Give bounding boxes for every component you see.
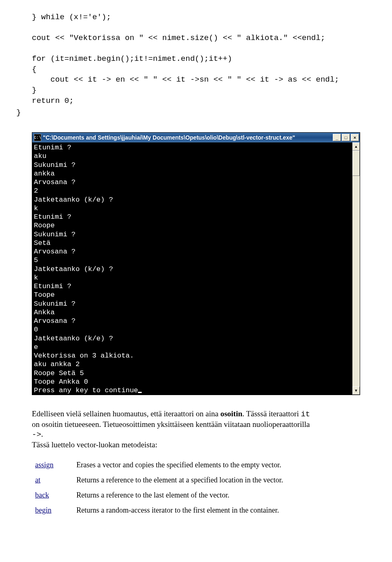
method-link-at[interactable]: at [35, 476, 40, 484]
methods-table: assign Erases a vector and copies the sp… [32, 458, 358, 518]
method-desc: Returns a reference to the element at a … [73, 473, 358, 488]
scroll-down-button[interactable]: ▼ [352, 387, 360, 395]
scroll-up-button[interactable]: ▲ [352, 142, 360, 151]
system-menu-icon[interactable]: C:\ [34, 134, 41, 141]
code-block: } while (x!='e'); cout << "Vektorissa on… [0, 2, 392, 106]
console-window: C:\ "C:\Documents and Settings\jjauhiai\… [32, 132, 360, 395]
code-line: } while (x!='e'); [32, 13, 111, 22]
console-output: Etunimi ? aku Sukunimi ? ankka Arvosana … [32, 142, 352, 395]
table-row: assign Erases a vector and copies the sp… [32, 458, 358, 473]
code-line: } [32, 86, 36, 95]
code-line: cout << it -> en << " " << it ->sn << " … [32, 75, 339, 84]
method-link-assign[interactable]: assign [35, 461, 53, 469]
close-button[interactable]: × [351, 134, 359, 141]
scroll-thumb[interactable] [352, 151, 360, 176]
scroll-track[interactable] [352, 176, 360, 387]
code-line: return 0; [32, 96, 74, 105]
minimize-button[interactable]: _ [333, 134, 341, 141]
table-row: begin Returns a random-access iterator t… [32, 503, 358, 518]
method-link-back[interactable]: back [35, 491, 49, 499]
vertical-scrollbar[interactable]: ▲ ▼ [352, 142, 360, 395]
code-line: cout << "Vektorissa on " << nimet.size()… [32, 33, 325, 42]
method-link-begin[interactable]: begin [35, 506, 51, 514]
method-desc: Returns a reference to the last element … [73, 488, 358, 503]
body-paragraph: Edelliseen vielä sellainen huomautus, et… [32, 409, 360, 449]
window-title: "C:\Documents and Settings\jjauhiai\My D… [43, 134, 332, 141]
method-desc: Erases a vector and copies the specified… [73, 458, 358, 473]
code-line: { [32, 65, 36, 74]
window-titlebar[interactable]: C:\ "C:\Documents and Settings\jjauhiai\… [32, 133, 360, 142]
code-line: for (it=nimet.begin();it!=nimet.end();it… [32, 54, 232, 63]
table-row: at Returns a reference to the element at… [32, 473, 358, 488]
maximize-button[interactable]: □ [342, 134, 350, 141]
method-desc: Returns a random-access iterator to the … [73, 503, 358, 518]
code-close-brace: } [0, 108, 392, 118]
cursor-icon [138, 392, 142, 393]
table-row: back Returns a reference to the last ele… [32, 488, 358, 503]
